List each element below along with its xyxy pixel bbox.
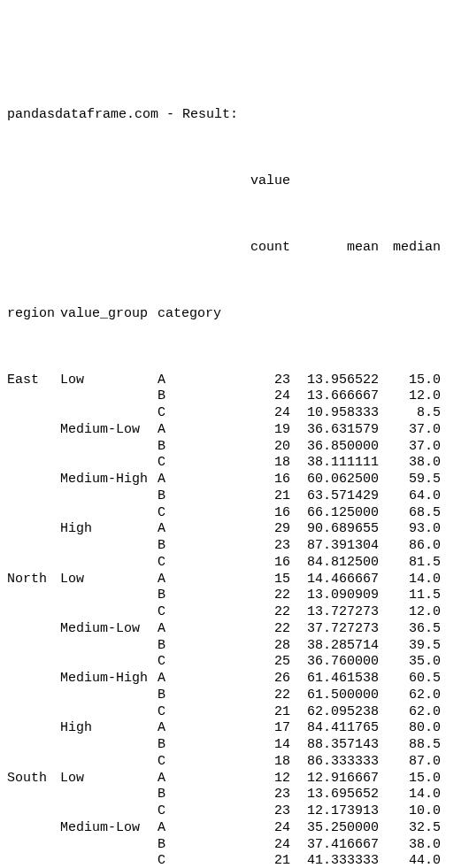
header-mean: mean: [290, 240, 379, 257]
cell-value_group: Low: [60, 373, 158, 389]
cell-median: 64.0: [379, 488, 441, 505]
cell-value_group: Low: [60, 572, 158, 588]
cell-category: C: [158, 555, 228, 572]
cell-region: [7, 388, 60, 405]
table-row: B2213.09090911.5: [7, 588, 462, 604]
cell-value_group: Medium-High: [60, 671, 158, 687]
cell-region: [7, 820, 60, 837]
cell-region: [7, 439, 60, 456]
cell-median: 37.0: [379, 422, 441, 439]
index-name-region: region: [7, 306, 60, 323]
cell-median: 80.0: [379, 720, 441, 737]
cell-count: 23: [228, 373, 290, 389]
cell-count: 24: [228, 837, 290, 854]
cell-median: 62.0: [379, 687, 441, 704]
table-row: B2387.39130486.0: [7, 538, 462, 555]
table-row: B2437.41666738.0: [7, 837, 462, 854]
cell-mean: 63.571429: [290, 488, 379, 505]
cell-count: 22: [228, 687, 290, 704]
cell-category: A: [158, 422, 228, 439]
table-row: C1666.12500068.5: [7, 505, 462, 522]
cell-region: [7, 555, 60, 572]
cell-region: [7, 521, 60, 538]
cell-region: North: [7, 572, 60, 588]
cell-median: 86.0: [379, 538, 441, 555]
table-row: NorthLowA1514.46666714.0: [7, 572, 462, 588]
cell-value_group: [60, 538, 158, 555]
cell-category: B: [158, 787, 228, 803]
cell-median: 68.5: [379, 505, 441, 522]
header-mean-top: [290, 173, 379, 190]
index-blank-mean: [290, 306, 379, 323]
cell-category: C: [158, 754, 228, 771]
cell-value_group: [60, 405, 158, 422]
cell-category: B: [158, 538, 228, 555]
cell-count: 18: [228, 455, 290, 472]
cell-count: 29: [228, 521, 290, 538]
cell-value_group: Low: [60, 771, 158, 787]
cell-region: [7, 422, 60, 439]
table-row: B2838.28571439.5: [7, 638, 462, 655]
cell-category: B: [158, 837, 228, 854]
cell-region: East: [7, 373, 60, 389]
result-title: pandasdataframe.com - Result:: [7, 107, 462, 124]
header-count: count: [228, 240, 290, 257]
cell-value_group: High: [60, 720, 158, 737]
cell-median: 39.5: [379, 638, 441, 655]
cell-mean: 36.850000: [290, 439, 379, 456]
table-row: HighA1784.41176580.0: [7, 720, 462, 737]
table-row: B2313.69565214.0: [7, 787, 462, 803]
cell-category: C: [158, 803, 228, 820]
header-row-2: count mean median: [7, 240, 462, 257]
cell-count: 25: [228, 654, 290, 671]
cell-median: 32.5: [379, 820, 441, 837]
cell-count: 14: [228, 737, 290, 754]
cell-count: 18: [228, 754, 290, 771]
cell-value_group: [60, 604, 158, 621]
cell-count: 17: [228, 720, 290, 737]
cell-mean: 66.125000: [290, 505, 379, 522]
header-median-top: [379, 173, 441, 190]
cell-category: A: [158, 621, 228, 638]
cell-median: 14.0: [379, 572, 441, 588]
cell-median: 15.0: [379, 373, 441, 389]
cell-count: 15: [228, 572, 290, 588]
table-row: Medium-LowA2237.72727336.5: [7, 621, 462, 638]
cell-mean: 37.727273: [290, 621, 379, 638]
index-names-row: region value_group category: [7, 306, 462, 323]
cell-category: C: [158, 505, 228, 522]
cell-region: [7, 472, 60, 488]
cell-category: A: [158, 771, 228, 787]
cell-count: 21: [228, 704, 290, 721]
cell-mean: 38.285714: [290, 638, 379, 655]
cell-count: 21: [228, 853, 290, 868]
cell-region: [7, 737, 60, 754]
cell-median: 88.5: [379, 737, 441, 754]
cell-count: 24: [228, 405, 290, 422]
cell-mean: 12.173913: [290, 803, 379, 820]
cell-count: 23: [228, 787, 290, 803]
cell-mean: 88.357143: [290, 737, 379, 754]
cell-category: C: [158, 704, 228, 721]
index-name-value-group: value_group: [60, 306, 158, 323]
cell-median: 15.0: [379, 771, 441, 787]
cell-region: [7, 687, 60, 704]
cell-category: C: [158, 455, 228, 472]
cell-value_group: [60, 388, 158, 405]
cell-median: 8.5: [379, 405, 441, 422]
cell-count: 16: [228, 472, 290, 488]
cell-region: [7, 837, 60, 854]
cell-value_group: [60, 737, 158, 754]
cell-mean: 12.916667: [290, 771, 379, 787]
cell-median: 14.0: [379, 787, 441, 803]
cell-count: 21: [228, 488, 290, 505]
cell-value_group: [60, 555, 158, 572]
cell-value_group: Medium-High: [60, 472, 158, 488]
cell-category: B: [158, 737, 228, 754]
cell-median: 12.0: [379, 388, 441, 405]
cell-count: 20: [228, 439, 290, 456]
cell-category: B: [158, 638, 228, 655]
cell-count: 22: [228, 588, 290, 604]
cell-mean: 86.333333: [290, 754, 379, 771]
cell-mean: 61.500000: [290, 687, 379, 704]
